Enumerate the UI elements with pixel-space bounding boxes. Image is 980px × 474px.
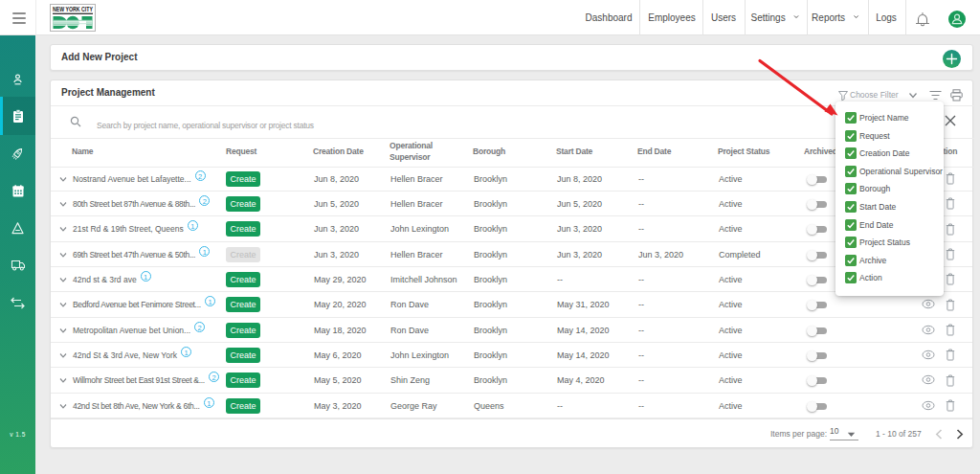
svg-text:NEW YORK CITY: NEW YORK CITY (53, 5, 93, 13)
